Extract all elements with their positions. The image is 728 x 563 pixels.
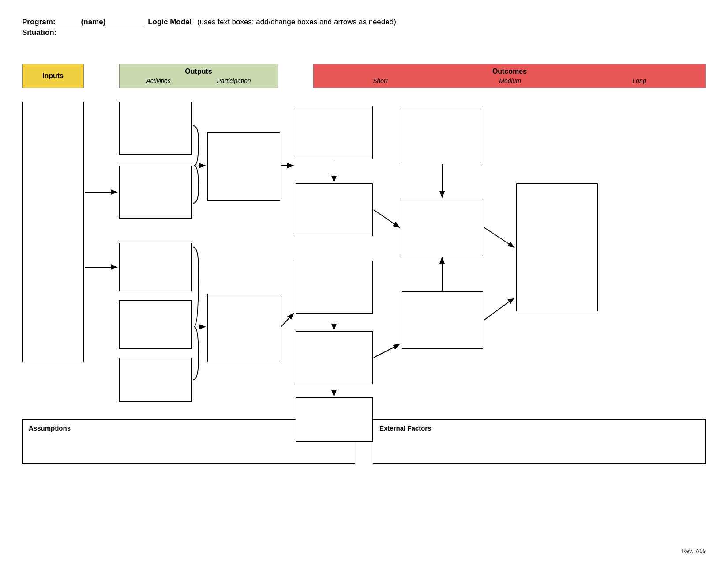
activity-box-3[interactable] <box>119 243 192 291</box>
short-outcome-5[interactable] <box>296 397 373 442</box>
header: Program: _____(name)_________ Logic Mode… <box>22 18 706 37</box>
medium-outcome-3[interactable] <box>402 291 483 349</box>
gap2 <box>278 64 313 88</box>
arrow-short4-to-medium3 <box>374 344 399 358</box>
arrow-medium3-to-long1 <box>484 298 514 320</box>
short-outcome-4[interactable] <box>296 331 373 384</box>
inputs-label: Inputs <box>42 72 64 80</box>
outcomes-label: Outcomes <box>492 68 527 76</box>
activity-box-4[interactable] <box>119 300 192 349</box>
logic-model-label: Logic Model <box>148 18 191 26</box>
revision-label: Rev. 7/09 <box>682 548 706 554</box>
medium-outcome-1[interactable] <box>402 106 483 163</box>
short-outcome-2[interactable] <box>296 183 373 236</box>
brace-bottom <box>193 247 199 380</box>
arrow-medium2-to-long1 <box>484 227 514 247</box>
outputs-subtitles: Activities Participation <box>123 77 274 84</box>
activity-box-2[interactable] <box>119 166 192 219</box>
brace-top <box>193 126 199 203</box>
medium-outcome-2[interactable] <box>402 199 483 256</box>
program-name[interactable]: _____(name)_________ <box>60 18 143 26</box>
external-factors-label: External Factors <box>379 424 699 432</box>
participation-label: Participation <box>217 77 251 84</box>
short-outcome-1[interactable] <box>296 106 373 159</box>
outputs-header: Outputs Activities Participation <box>119 64 278 88</box>
header-line1: Program: _____(name)_________ Logic Mode… <box>22 18 706 26</box>
arrow-short2-to-medium2 <box>374 210 399 227</box>
program-label: Program: <box>22 18 56 26</box>
gap1 <box>84 64 119 88</box>
column-headers: Inputs Outputs Activities Participation … <box>22 64 706 88</box>
inputs-header: Inputs <box>22 64 84 88</box>
participation-box-1[interactable] <box>207 132 280 201</box>
outcomes-header: Outcomes Short Medium Long <box>313 64 706 88</box>
page: Program: _____(name)_________ Logic Mode… <box>0 0 728 563</box>
external-factors-box[interactable]: External Factors <box>373 419 706 464</box>
short-outcome-3[interactable] <box>296 261 373 314</box>
outcomes-subtitles: Short Medium Long <box>317 77 702 84</box>
activity-box-5[interactable] <box>119 358 192 402</box>
short-label: Short <box>373 77 387 84</box>
header-note: (uses text boxes: add/change boxes and a… <box>197 18 396 26</box>
arrow-part2-to-short3 <box>281 314 293 327</box>
long-label: Long <box>633 77 646 84</box>
medium-label: Medium <box>499 77 521 84</box>
activities-label: Activities <box>146 77 170 84</box>
situation-label: Situation: <box>22 28 706 37</box>
long-outcome-1[interactable] <box>516 183 598 311</box>
inputs-box[interactable] <box>22 102 84 362</box>
diagram <box>22 97 706 406</box>
participation-box-2[interactable] <box>207 294 280 362</box>
outputs-label: Outputs <box>185 68 212 76</box>
activity-box-1[interactable] <box>119 102 192 155</box>
